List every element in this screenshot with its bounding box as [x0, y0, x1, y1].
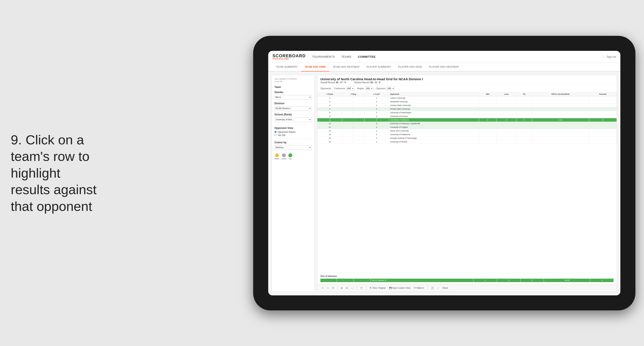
colour-by-select[interactable]: Win/loss [274, 145, 312, 150]
table-row[interactable]: 12-3University of Arkansas, Fayetteville [318, 122, 617, 125]
sub-nav-player-summary[interactable]: PLAYER SUMMARY [363, 63, 395, 71]
left-panel: Last Updated: 27/03/2024 16:55:38 Team G… [272, 75, 314, 292]
col-conf: # Conf [364, 92, 389, 96]
radio-top-100[interactable]: Top 100 [274, 134, 312, 136]
clipboard-button[interactable]: 📋 [430, 286, 435, 290]
sub-nav-player-h2h-heatmap[interactable]: PLAYER H2H HEATMAP [426, 63, 462, 71]
watch-button[interactable]: 👁 Watch ▾ [413, 286, 425, 290]
table-row[interactable]: 9-3University of Arizona [318, 114, 617, 118]
nav-item-teams[interactable]: TEAMS [341, 54, 351, 59]
school-select[interactable]: University of Nort... [274, 117, 312, 122]
cell-reg: - [342, 103, 364, 107]
cell-rank: 3 [318, 100, 342, 103]
cell-loss [496, 136, 517, 140]
dash-button[interactable]: — [350, 286, 354, 290]
cell-loss [496, 111, 517, 114]
table-row[interactable]: 13-3University of Virginia [318, 125, 617, 129]
cell-rounds [589, 103, 616, 107]
expand-button[interactable]: ⤢ [436, 286, 440, 290]
redo-button[interactable]: ↪ [326, 286, 330, 290]
table-row[interactable]: 3-2Vanderbilt University [318, 100, 617, 103]
col-loss: Loss [496, 92, 517, 96]
sub-nav-player-h2h-grid[interactable]: PLAYER H2H GRID [395, 63, 426, 71]
cell-loss [496, 103, 517, 107]
cell-conf: 2 [364, 133, 389, 136]
cell-diff [532, 100, 589, 103]
cell-rank: 16 [318, 140, 342, 143]
timer-button[interactable]: ⏱ [360, 286, 363, 290]
grid-button[interactable]: ⊞ [340, 286, 343, 290]
grid-header: University of North Carolina Head-to-Hea… [318, 75, 617, 85]
table-row[interactable]: 2-1Auburn University [318, 96, 617, 100]
view-label: View: Original [372, 287, 386, 289]
cell-rounds [589, 114, 616, 118]
table-row[interactable]: 8-2University of Washington [318, 111, 617, 114]
add-button[interactable]: ⊕ [345, 286, 348, 290]
region-filter-select[interactable]: (All) [365, 86, 374, 91]
watch-label: 👁 Watch ▾ [414, 287, 424, 289]
col-win: Win [479, 92, 496, 96]
radio-group: Opponents Played Top 100 [274, 131, 312, 136]
cell-rounds [589, 107, 616, 111]
table-row[interactable]: 15-4Georgia Institute of Technology [318, 136, 617, 140]
sub-nav-team-h2h-grid[interactable]: TEAM H2H GRID [301, 63, 329, 71]
refresh-button[interactable]: ⟲ [331, 286, 334, 290]
table-row[interactable]: 14-2University of Oklahoma [318, 133, 617, 136]
cell-opponent: Florida State University [389, 107, 479, 111]
cell-tie [516, 125, 532, 129]
gender-select[interactable]: Men's [274, 95, 312, 100]
view-icon: 👁 [370, 287, 372, 289]
out-division-row[interactable]: NCAA Division II 1 0 0 26.00 3 [320, 279, 614, 282]
cell-tie [516, 96, 532, 100]
cell-rounds [589, 136, 616, 140]
save-custom-view-button[interactable]: 💾 Save Custom View [388, 286, 411, 290]
col-rank: # Rank [318, 92, 342, 96]
cell-reg: - [342, 140, 364, 143]
cell-loss [496, 114, 517, 118]
table-row[interactable]: 4-1Arizona State University [318, 103, 617, 107]
cell-opponent: Arizona State University [389, 103, 479, 107]
out-division-win: 1 [474, 279, 497, 282]
cell-tie [516, 100, 532, 103]
sub-nav-team-summary[interactable]: TEAM SUMMARY [272, 63, 301, 71]
cell-rank: 11 [318, 118, 342, 122]
sign-out-link[interactable]: Sign out [607, 55, 616, 58]
radio-opponents-played[interactable]: Opponents Played [274, 131, 312, 133]
grid-table-container[interactable]: # Rank # Reg # Conf Opponent Win Loss Ti… [318, 92, 617, 273]
cell-loss [496, 122, 517, 125]
bottom-toolbar: ↩ ↪ ⟲ ⊞ ⊕ — ⏱ 👁 View: Original [318, 284, 617, 292]
cell-rank: 15 [318, 136, 342, 140]
cell-win [479, 107, 496, 111]
nav-item-tournaments[interactable]: TOURNAMENTS [312, 54, 335, 59]
cell-conf: 3 [364, 125, 389, 129]
cell-reg: - [342, 136, 364, 140]
conference-filter-select[interactable]: (All) [346, 86, 354, 91]
table-row[interactable]: 11-5University of Alabama3002.618 [318, 118, 617, 122]
cell-win [479, 122, 496, 125]
out-of-division: Out of division NCAA Division II 1 0 [318, 273, 617, 284]
view-original-button[interactable]: 👁 View: Original [369, 286, 386, 290]
table-row[interactable]: 13-1Texas Tech University [318, 129, 617, 133]
out-division-tie: 0 [520, 279, 544, 282]
table-row[interactable]: 6-2Florida State University [318, 107, 617, 111]
division-select[interactable]: NCAA Division I [274, 106, 312, 111]
undo-button[interactable]: ↩ [321, 286, 324, 290]
opponent-filter-select[interactable]: (All) [386, 86, 395, 91]
cell-diff [532, 125, 589, 129]
grid-table: # Rank # Reg # Conf Opponent Win Loss Ti… [318, 92, 617, 144]
cell-diff [532, 111, 589, 114]
filter-conference: Conference (All) [334, 86, 355, 91]
cell-rank: 9 [318, 114, 342, 118]
main-content: Last Updated: 27/03/2024 16:55:38 Team G… [268, 71, 620, 295]
nav-item-committee[interactable]: COMMITTEE [358, 54, 376, 59]
grid-records: Overall Record: 89 - 17 - 0 Division Rec… [320, 81, 614, 84]
cell-conf: 3 [364, 114, 389, 118]
cell-conf: 2 [364, 107, 389, 111]
cell-diff [532, 129, 589, 133]
sub-nav-team-h2h-heatmap[interactable]: TEAM H2H HEATMAP [329, 63, 363, 71]
sub-nav: TEAM SUMMARY TEAM H2H GRID TEAM H2H HEAT… [268, 63, 620, 71]
table-row[interactable]: 16-1University of Florida [318, 140, 617, 143]
cell-reg: - [342, 129, 364, 133]
share-button[interactable]: Share [442, 286, 449, 290]
legend-level: Level [282, 153, 286, 160]
